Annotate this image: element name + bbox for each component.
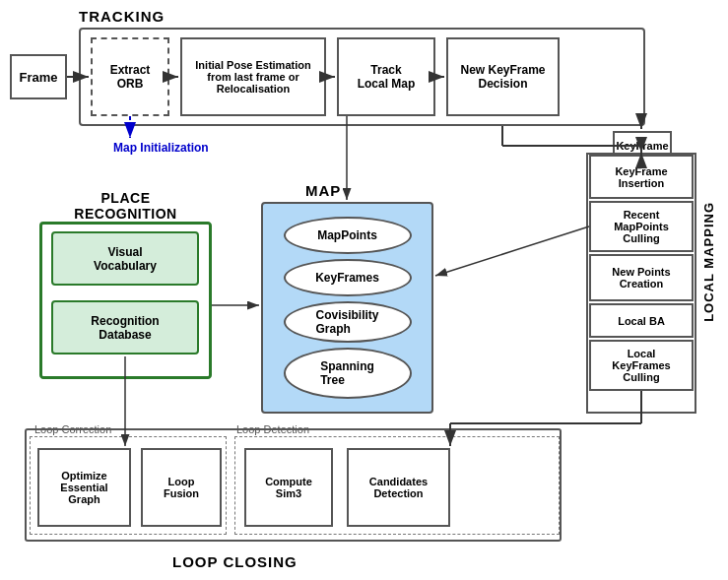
loop-correction-label: Loop Correction	[34, 423, 111, 435]
map-label: MAP	[305, 182, 341, 199]
candidates-detection-box: CandidatesDetection	[347, 448, 450, 527]
optimize-essential-label: OptimizeEssentialGraph	[60, 470, 107, 505]
spanning-tree-oval: SpanningTree	[284, 348, 412, 399]
covisibility-label: CovisibilityGraph	[315, 308, 378, 336]
extract-orb-label: ExtractORB	[110, 63, 151, 91]
tracking-label: TRACKING	[79, 8, 165, 25]
keyframe-insertion-box: KeyFrameInsertion	[589, 155, 694, 199]
loop-fusion-label: LoopFusion	[164, 476, 199, 499]
covisibility-oval: CovisibilityGraph	[284, 301, 412, 343]
optimize-essential-box: OptimizeEssentialGraph	[37, 448, 131, 527]
candidates-detection-label: CandidatesDetection	[369, 476, 428, 499]
keyframes-oval: KeyFrames	[284, 259, 412, 296]
diagram: TRACKING Frame ExtractORB Initial Pose E…	[0, 0, 728, 580]
local-ba-box: Local BA	[589, 303, 694, 338]
keyframe-label: KeyFrame	[616, 140, 668, 152]
compute-sim3-box: ComputeSim3	[244, 448, 333, 527]
recog-db-box: RecognitionDatabase	[51, 300, 199, 354]
mappoints-oval: MapPoints	[284, 217, 412, 254]
keyframe-insertion-label: KeyFrameInsertion	[615, 165, 667, 189]
map-box: MapPoints KeyFrames CovisibilityGraph Sp…	[261, 202, 433, 414]
loop-fusion-box: LoopFusion	[141, 448, 222, 527]
place-recog-label: PLACERECOGNITION	[54, 190, 197, 222]
local-ba-label: Local BA	[618, 315, 665, 327]
initial-pose-box: Initial Pose Estimationfrom last frame o…	[180, 37, 326, 116]
spanning-tree-label: SpanningTree	[320, 359, 374, 387]
recog-db-label: RecognitionDatabase	[91, 314, 159, 342]
place-recog-text: PLACERECOGNITION	[74, 190, 176, 222]
new-points-label: New PointsCreation	[612, 266, 670, 290]
loop-closing-label: LOOP CLOSING	[172, 553, 298, 570]
visual-vocab-label: VisualVocabulary	[94, 245, 157, 273]
local-keyframes-label: LocalKeyFramesCulling	[612, 348, 670, 383]
local-keyframes-box: LocalKeyFramesCulling	[589, 340, 694, 391]
visual-vocab-box: VisualVocabulary	[51, 231, 199, 286]
new-keyframe-box: New KeyFrameDecision	[446, 37, 560, 116]
compute-sim3-label: ComputeSim3	[265, 476, 312, 499]
track-local-map-label: TrackLocal Map	[358, 63, 416, 91]
recent-mappoints-label: RecentMapPointsCulling	[614, 209, 669, 244]
new-keyframe-label: New KeyFrameDecision	[460, 63, 545, 91]
track-local-map-box: TrackLocal Map	[337, 37, 435, 116]
frame-box: Frame	[10, 54, 67, 99]
map-init-text: Map Initialization	[113, 141, 209, 155]
loop-detection-label: Loop Detection	[236, 423, 309, 435]
extract-orb-box: ExtractORB	[91, 37, 169, 116]
initial-pose-label: Initial Pose Estimationfrom last frame o…	[195, 59, 310, 95]
svg-line-18	[435, 226, 589, 276]
local-mapping-label: LOCAL MAPPING	[701, 202, 716, 322]
recent-mappoints-box: RecentMapPointsCulling	[589, 201, 694, 252]
svg-line-17	[435, 226, 589, 276]
new-points-box: New PointsCreation	[589, 254, 694, 301]
